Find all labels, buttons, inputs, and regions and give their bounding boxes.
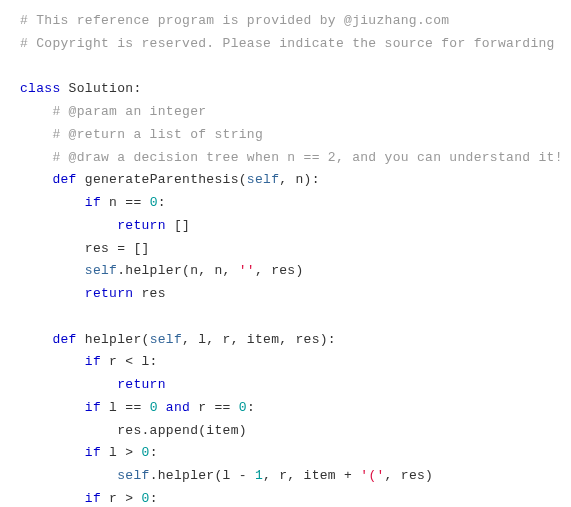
code-line: return [20, 374, 551, 397]
code-line: if r > 0: [20, 488, 551, 507]
code-token-number: 0 [142, 491, 150, 506]
code-line: def helpler(self, l, r, item, res): [20, 329, 551, 352]
code-token-plain: r < l: [101, 354, 158, 369]
code-token-keyword: if [85, 354, 101, 369]
code-token-plain: .helpler(n, n, [117, 263, 239, 278]
code-token-plain [20, 400, 85, 415]
code-token-plain: , res) [385, 468, 434, 483]
code-token-plain [20, 332, 52, 347]
code-token-number: 0 [142, 445, 150, 460]
code-token-plain: r > [101, 491, 142, 506]
code-token-plain [20, 104, 52, 119]
code-token-plain: helpler( [77, 332, 150, 347]
code-token-number: 1 [255, 468, 263, 483]
code-line: # Copyright is reserved. Please indicate… [20, 33, 551, 56]
code-token-plain [20, 172, 52, 187]
code-token-builtin: self [85, 263, 117, 278]
code-token-string: '(' [360, 468, 384, 483]
code-token-comment: # @param an integer [52, 104, 206, 119]
code-token-keyword: return [117, 218, 166, 233]
code-token-plain [158, 400, 166, 415]
code-token-plain: r == [190, 400, 239, 415]
code-token-keyword: and [166, 400, 190, 415]
code-token-plain [20, 354, 85, 369]
code-token-keyword: return [85, 286, 134, 301]
code-token-keyword: if [85, 491, 101, 506]
code-line: # @return a list of string [20, 124, 551, 147]
code-token-comment: # This reference program is provided by … [20, 13, 449, 28]
code-token-keyword: def [52, 172, 76, 187]
code-token-builtin: self [117, 468, 149, 483]
code-line [20, 306, 551, 329]
code-token-plain: n == [101, 195, 150, 210]
code-token-plain: generateParenthesis( [77, 172, 247, 187]
code-token-comment: # Copyright is reserved. Please indicate… [20, 36, 555, 51]
code-line: self.helpler(n, n, '', res) [20, 260, 551, 283]
code-line: # This reference program is provided by … [20, 10, 551, 33]
code-token-comment: # @draw a decision tree when n == 2, and… [52, 150, 562, 165]
code-token-plain: res = [] [20, 241, 150, 256]
code-token-string: '' [239, 263, 255, 278]
code-token-plain [20, 468, 117, 483]
code-line: if l == 0 and r == 0: [20, 397, 551, 420]
code-token-keyword: if [85, 445, 101, 460]
code-line: res = [] [20, 238, 551, 261]
code-token-comment: # @return a list of string [52, 127, 263, 142]
code-token-plain: : [247, 400, 255, 415]
code-token-plain: : [158, 195, 166, 210]
code-token-number: 0 [150, 400, 158, 415]
code-token-plain [20, 263, 85, 278]
code-line: def generateParenthesis(self, n): [20, 169, 551, 192]
code-line: # @draw a decision tree when n == 2, and… [20, 147, 551, 170]
code-token-keyword: if [85, 195, 101, 210]
code-block: # This reference program is provided by … [20, 10, 551, 507]
code-line [20, 56, 551, 79]
code-line: res.append(item) [20, 420, 551, 443]
code-line: return res [20, 283, 551, 306]
code-token-plain: , n): [279, 172, 320, 187]
code-token-plain [20, 218, 117, 233]
code-token-plain: res [133, 286, 165, 301]
code-token-builtin: self [247, 172, 279, 187]
code-token-plain: [] [166, 218, 190, 233]
code-token-number: 0 [239, 400, 247, 415]
code-token-plain: , r, item + [263, 468, 360, 483]
code-token-keyword: return [117, 377, 166, 392]
code-token-plain: res.append(item) [20, 423, 247, 438]
code-token-plain [20, 491, 85, 506]
code-token-plain [20, 127, 52, 142]
code-token-plain [20, 286, 85, 301]
code-token-keyword: if [85, 400, 101, 415]
code-line: if l > 0: [20, 442, 551, 465]
code-line: self.helpler(l - 1, r, item + '(', res) [20, 465, 551, 488]
code-token-plain [20, 377, 117, 392]
code-token-plain [20, 445, 85, 460]
code-token-plain: Solution: [61, 81, 142, 96]
code-token-plain: : [150, 491, 158, 506]
code-token-plain: : [150, 445, 158, 460]
code-line: class Solution: [20, 78, 551, 101]
code-token-plain: l > [101, 445, 142, 460]
code-token-plain [20, 195, 85, 210]
code-token-plain: .helpler(l - [150, 468, 255, 483]
code-token-keyword: class [20, 81, 61, 96]
code-token-plain: , res) [255, 263, 304, 278]
code-line: return [] [20, 215, 551, 238]
code-token-keyword: def [52, 332, 76, 347]
code-token-plain: l == [101, 400, 150, 415]
code-token-number: 0 [150, 195, 158, 210]
code-token-plain [20, 150, 52, 165]
code-token-plain: , l, r, item, res): [182, 332, 336, 347]
code-line: if n == 0: [20, 192, 551, 215]
code-line: # @param an integer [20, 101, 551, 124]
code-token-builtin: self [150, 332, 182, 347]
code-line: if r < l: [20, 351, 551, 374]
